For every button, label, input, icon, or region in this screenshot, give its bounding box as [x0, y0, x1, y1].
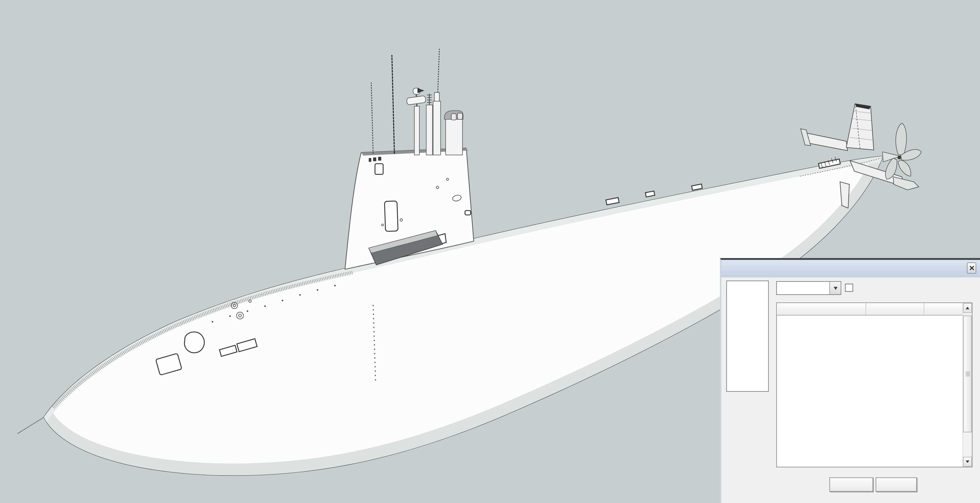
propeller-hub — [897, 156, 901, 159]
scrollbar-grip-icon — [966, 371, 970, 376]
dialog-titlebar[interactable] — [721, 260, 980, 278]
whip-antenna-icon — [371, 83, 373, 154]
fix-problems-button[interactable] — [876, 477, 917, 492]
table-header — [777, 303, 972, 316]
stern-plane-far — [804, 132, 848, 151]
scroll-down-button[interactable] — [963, 457, 972, 467]
settings-nav-list — [726, 281, 768, 392]
column-header-name[interactable] — [777, 303, 866, 316]
upper-rudder — [846, 104, 874, 150]
chevron-down-icon — [834, 287, 837, 290]
vertical-scrollbar[interactable] — [963, 303, 972, 467]
table-rows — [777, 316, 963, 467]
checkbox-box[interactable] — [845, 284, 853, 292]
flag-icon — [417, 88, 425, 93]
bow-antenna-line — [18, 417, 44, 434]
tall-antenna-icon — [392, 55, 395, 154]
ecm-mast-head — [407, 95, 426, 105]
close-icon — [969, 266, 974, 271]
dialog-body — [721, 279, 980, 503]
scroll-up-button[interactable] — [963, 303, 972, 313]
scope-dropdown[interactable] — [776, 281, 841, 295]
dropdown-button[interactable] — [829, 282, 840, 294]
show-nested-checkbox[interactable] — [845, 284, 856, 292]
triangle-up-icon — [966, 307, 969, 309]
column-header-count[interactable] — [866, 303, 924, 316]
purge-unused-button[interactable] — [829, 477, 873, 492]
propeller — [885, 123, 921, 179]
snorkel-mast — [445, 116, 463, 155]
sail-masts — [371, 49, 463, 155]
statistics-table — [776, 303, 972, 467]
close-button[interactable] — [967, 262, 976, 274]
triangle-down-icon — [966, 460, 969, 463]
scrollbar-thumb[interactable] — [963, 316, 972, 433]
model-info-dialog — [720, 258, 980, 503]
app-root — [0, 0, 980, 503]
